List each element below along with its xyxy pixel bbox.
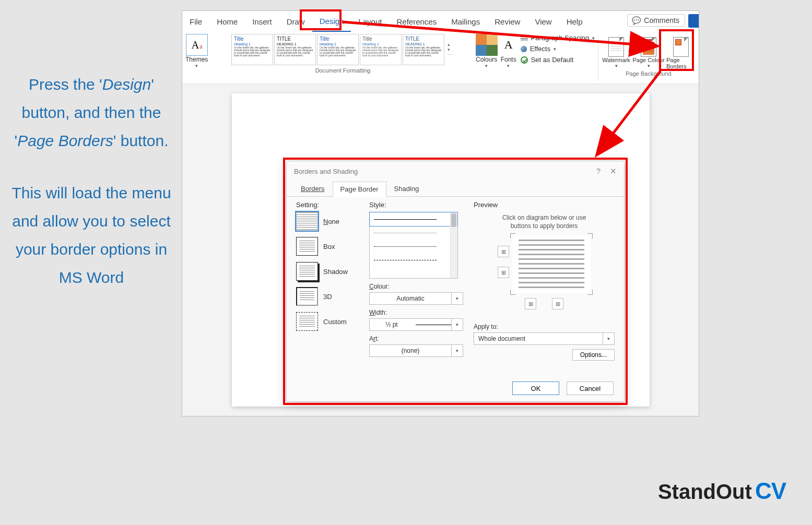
dialog-tabs: Borders Page Border Shading — [287, 181, 624, 197]
t: Page Borders — [17, 132, 113, 149]
chevron-down-icon: ▾ — [603, 333, 614, 344]
setting-none[interactable]: None — [296, 212, 359, 231]
tab-help[interactable]: Help — [559, 12, 590, 31]
setting-custom-icon — [296, 312, 318, 331]
setting-box-icon — [296, 237, 318, 256]
logo-text: StandOut — [658, 480, 752, 504]
tab-mailings[interactable]: Mailings — [444, 12, 487, 31]
tab-home[interactable]: Home — [209, 12, 245, 31]
cancel-button[interactable]: Cancel — [567, 381, 614, 395]
options-button[interactable]: Options... — [572, 349, 615, 361]
border-bottom-button[interactable]: ⊞ — [498, 267, 509, 278]
themes-icon[interactable]: A — [186, 34, 208, 56]
setting-shadow-icon — [296, 262, 318, 281]
ok-button[interactable]: OK — [512, 381, 559, 395]
page-borders-button[interactable]: Page Borders — [666, 37, 696, 69]
formatting-options: Paragraph Spacing ▾ Effects ▾ Set as Def… — [517, 32, 598, 83]
effects-icon — [521, 46, 527, 52]
style-gallery[interactable]: Title Heading 1 On the Insert tab, the g… — [230, 33, 455, 66]
chevron-down-icon: ▾ — [451, 345, 463, 356]
setting-custom[interactable]: Custom — [296, 312, 359, 331]
standout-cv-logo: StandOut CV — [658, 478, 786, 504]
comment-icon: 💬 — [632, 16, 641, 25]
dialog-tab-shading[interactable]: Shading — [386, 181, 427, 196]
style-preview[interactable]: Title Heading 1 On the Insert tab, the g… — [360, 34, 402, 65]
tab-references[interactable]: References — [389, 12, 444, 31]
colour-label: Colour: — [369, 283, 463, 290]
setting-shadow[interactable]: Shadow — [296, 262, 359, 281]
ribbon-tabs: File Home Insert Draw Design Layout Refe… — [182, 11, 699, 32]
close-icon[interactable]: ✕ — [610, 166, 617, 176]
instruction-text: Press the 'Design' button, and then the … — [10, 70, 172, 292]
border-left-button[interactable]: ⊞ — [525, 298, 536, 309]
doc-formatting-label: Document Formatting — [315, 66, 371, 74]
t: Press the ' — [29, 76, 102, 93]
dialog-footer: OK Cancel — [512, 381, 614, 395]
border-right-button[interactable]: ⊞ — [552, 298, 563, 309]
tab-file[interactable]: File — [182, 12, 209, 31]
themes-group: A Themes ▾ — [182, 32, 211, 83]
comments-label: Comments — [644, 16, 679, 25]
paragraph-spacing-icon — [521, 35, 528, 41]
style-label: Style: — [369, 201, 463, 209]
chevron-down-icon: ▾ — [451, 293, 463, 304]
preview-hint: Click on diagram below or use buttons to… — [492, 214, 596, 230]
gallery-nav[interactable]: ▴▾⋯ — [445, 34, 454, 65]
setting-box[interactable]: Box — [296, 237, 359, 256]
paragraph-spacing-button[interactable]: Paragraph Spacing ▾ — [521, 34, 595, 42]
art-dropdown[interactable]: (none)▾ — [369, 344, 463, 357]
colours-icon[interactable] — [476, 34, 498, 56]
page-colour-button[interactable]: Page Colour▾ — [637, 37, 660, 69]
chevron-down-icon[interactable]: ▾ — [195, 63, 198, 68]
dialog-tab-borders[interactable]: Borders — [293, 181, 333, 196]
page-colour-icon — [641, 37, 656, 57]
width-dropdown[interactable]: ½ pt ▾ — [369, 318, 463, 331]
effects-button[interactable]: Effects ▾ — [521, 45, 595, 53]
ribbon: A Themes ▾ Title Heading 1 On the Insert… — [182, 32, 699, 84]
tab-view[interactable]: View — [527, 12, 559, 31]
dialog-titlebar: Borders and Shading ? ✕ — [287, 161, 624, 181]
share-button[interactable] — [688, 14, 699, 28]
page-borders-icon — [673, 37, 689, 57]
style-preview[interactable]: Title Heading 1 On the Insert tab, the g… — [317, 34, 359, 65]
setting-3d-icon — [296, 287, 318, 306]
scrollbar[interactable] — [450, 212, 457, 278]
border-top-button[interactable]: ⊞ — [498, 246, 509, 257]
t: Design — [102, 76, 151, 93]
tab-draw[interactable]: Draw — [279, 12, 312, 31]
preview-column: Preview Click on diagram below or use bu… — [474, 201, 615, 370]
chevron-down-icon: ▾ — [451, 319, 463, 330]
apply-to-dropdown[interactable]: Whole document ▾ — [474, 332, 615, 345]
colour-dropdown[interactable]: Automatic▾ — [369, 292, 463, 305]
style-preview[interactable]: Title Heading 1 On the Insert tab, the g… — [274, 34, 316, 65]
page-background-label: Page Background — [626, 69, 671, 77]
apply-to-label: Apply to: — [474, 323, 615, 330]
dialog-title: Borders and Shading — [294, 168, 358, 175]
style-column: Style: Colour: Automatic▾ Width: ½ pt ▾ … — [369, 201, 463, 370]
set-default-button[interactable]: Set as Default — [521, 56, 595, 64]
preview-page[interactable] — [512, 235, 591, 293]
setting-3d[interactable]: 3D — [296, 287, 359, 306]
style-preview[interactable]: Title Heading 1 On the Insert tab, the g… — [403, 34, 444, 65]
dialog-tab-page-border[interactable]: Page Border — [333, 182, 386, 197]
tab-layout[interactable]: Layout — [351, 12, 389, 31]
t: ' button. — [113, 132, 169, 149]
themes-label: Themes — [185, 56, 208, 63]
style-list[interactable] — [369, 212, 458, 279]
chevron-down-icon[interactable]: ▾ — [507, 63, 510, 68]
setting-label: Setting: — [296, 201, 359, 209]
style-preview[interactable]: Title Heading 1 On the Insert tab, the g… — [231, 34, 273, 65]
comments-button[interactable]: 💬 Comments — [627, 14, 685, 27]
watermark-button[interactable]: Watermark▾ — [602, 37, 631, 69]
tab-insert[interactable]: Insert — [245, 12, 279, 31]
watermark-icon — [608, 37, 624, 57]
chevron-down-icon[interactable]: ▾ — [485, 63, 488, 68]
doc-formatting-group: Title Heading 1 On the Insert tab, the g… — [211, 32, 474, 83]
preview-label: Preview — [474, 201, 615, 209]
tab-design[interactable]: Design — [312, 11, 351, 32]
help-icon[interactable]: ? — [596, 166, 601, 176]
tab-review[interactable]: Review — [487, 12, 527, 31]
check-icon — [521, 56, 528, 64]
logo-cv: CV — [755, 478, 786, 504]
fonts-icon[interactable]: A — [501, 34, 516, 56]
